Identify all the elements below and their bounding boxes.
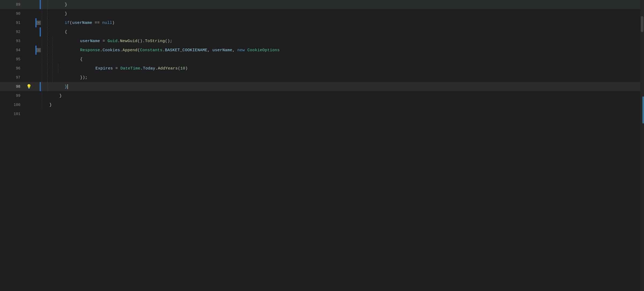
line-92: 92 { <box>0 27 644 36</box>
line-content-100: } <box>42 100 644 109</box>
line-content-94: Response.Cookies.Append(Constants.BASKET… <box>42 46 644 55</box>
indent-guide-95-3 <box>53 55 58 64</box>
line-94: 94 − Response.Cookies.Append(Constants.B… <box>0 46 644 55</box>
scrollbar-right[interactable] <box>640 0 644 291</box>
minimap-indicator <box>642 97 644 123</box>
token-91-5: == <box>92 21 102 25</box>
text-cursor <box>67 84 68 89</box>
code-text-93: userName = Guid.NewGuid().ToString(); <box>58 39 173 43</box>
line-number-96: 96 <box>0 66 27 71</box>
code-editor: 89 } 90 } <box>0 0 644 291</box>
token-94-9: BASKET_COOKIENAME <box>165 48 207 53</box>
indent-guide-98-1 <box>42 82 47 91</box>
line-content-95: { <box>42 55 644 64</box>
line-number-101: 101 <box>0 112 27 116</box>
indent-guide-93-1 <box>42 36 47 46</box>
line-number-95: 95 <box>0 57 27 61</box>
scrollbar-thumb[interactable] <box>641 16 643 32</box>
token-91-3: ( <box>70 21 72 25</box>
token-91-1 <box>55 21 65 25</box>
token-96-5: Today <box>143 66 155 71</box>
line-99: 99 } <box>0 91 644 100</box>
code-text-99: } <box>47 94 62 98</box>
token-94-2: . <box>100 48 103 53</box>
blue-bar-98 <box>40 82 41 91</box>
gutter-89 <box>27 0 42 9</box>
line-number-100: 100 <box>0 103 27 107</box>
fold-icon-91[interactable]: − <box>36 21 41 25</box>
line-95: 95 { <box>0 55 644 64</box>
indent-guide-96-1 <box>42 64 47 73</box>
line-number-92: 92 <box>0 30 27 34</box>
token-96-2: = <box>113 66 120 71</box>
token-96-9: 10 <box>180 66 185 71</box>
token-93-2: = <box>100 39 108 43</box>
indent-guide-96-2 <box>47 64 53 73</box>
token-96-7: AddYears <box>158 66 178 71</box>
token-93-1: userName <box>80 39 100 43</box>
indent-guide-94-3 <box>53 46 58 55</box>
token-97-1: }); <box>60 75 87 80</box>
line-97: 97 }); <box>0 73 644 82</box>
line-96: 96 Expires = DateTime.Today.AddYears(10) <box>0 64 644 73</box>
token-93-5: NewGuid <box>120 39 137 43</box>
token-94-11: userName <box>212 48 232 53</box>
token-94-3: Cookies <box>103 48 120 53</box>
line-101: 101 <box>0 109 644 119</box>
token-96-3: DateTime <box>120 66 140 71</box>
code-text-91: if(userName == null) <box>53 21 115 25</box>
line-content-89: } <box>42 0 644 9</box>
token-94-1: Response <box>80 48 100 53</box>
indent-guide-92-2 <box>47 27 53 36</box>
line-98: 98 💡 } <box>0 82 644 91</box>
code-text-95: { <box>58 57 83 62</box>
line-100: 100 } <box>0 100 644 109</box>
code-text-89: } <box>53 2 67 7</box>
lightbulb-icon-98[interactable]: 💡 <box>26 84 32 89</box>
indent-guide-97-2 <box>47 73 53 82</box>
gutter-94: − <box>27 46 42 55</box>
gutter-91: − <box>27 18 42 27</box>
token-99-1: } <box>49 94 62 98</box>
gutter-98: 💡 <box>27 82 42 91</box>
code-text-96: Expires = DateTime.Today.AddYears(10) <box>63 66 188 71</box>
token-90-1: } <box>55 12 67 16</box>
indent-guide-94-2 <box>47 46 53 55</box>
gutter-92 <box>27 27 42 36</box>
indent-guide-89-1 <box>42 0 47 9</box>
line-number-94: 94 <box>0 48 27 52</box>
token-94-15: CookieOptions <box>247 48 280 53</box>
token-93-4: . <box>118 39 120 43</box>
token-94-s <box>60 48 80 53</box>
line-90: 90 } <box>0 9 644 18</box>
fold-icon-94[interactable]: − <box>36 48 41 52</box>
indent-guide-90-1 <box>42 9 47 18</box>
token-89-1: } <box>55 2 67 7</box>
code-text-90: } <box>53 12 67 16</box>
line-content-96: Expires = DateTime.Today.AddYears(10) <box>42 64 644 73</box>
token-94-14 <box>245 48 247 53</box>
indent-guide-89-2 <box>47 0 53 9</box>
token-93-3: Guid <box>108 39 118 43</box>
indent-guide-100-1 <box>42 100 47 109</box>
line-number-93: 93 <box>0 39 27 43</box>
token-95-1: { <box>60 57 83 62</box>
indent-guide-90-2 <box>47 9 53 18</box>
indent-guide-98-2 <box>47 82 53 91</box>
token-94-12: , <box>232 48 237 53</box>
line-89: 89 } <box>0 0 644 9</box>
token-94-4: . <box>120 48 122 53</box>
indent-guide-93-3 <box>53 36 58 46</box>
line-number-89: 89 <box>0 2 27 7</box>
line-content-99: } <box>42 91 644 100</box>
code-text-100: } <box>47 103 52 107</box>
blue-bar-89 <box>40 0 41 9</box>
code-text-97: }); <box>58 75 87 80</box>
token-96-6: . <box>155 66 158 71</box>
line-number-99: 99 <box>0 94 27 98</box>
token-93-6: (). <box>137 39 145 43</box>
line-number-91: 91 <box>0 21 27 25</box>
indent-guide-91-2 <box>47 18 53 27</box>
indent-guide-95-2 <box>47 55 53 64</box>
token-98-1 <box>55 84 65 89</box>
